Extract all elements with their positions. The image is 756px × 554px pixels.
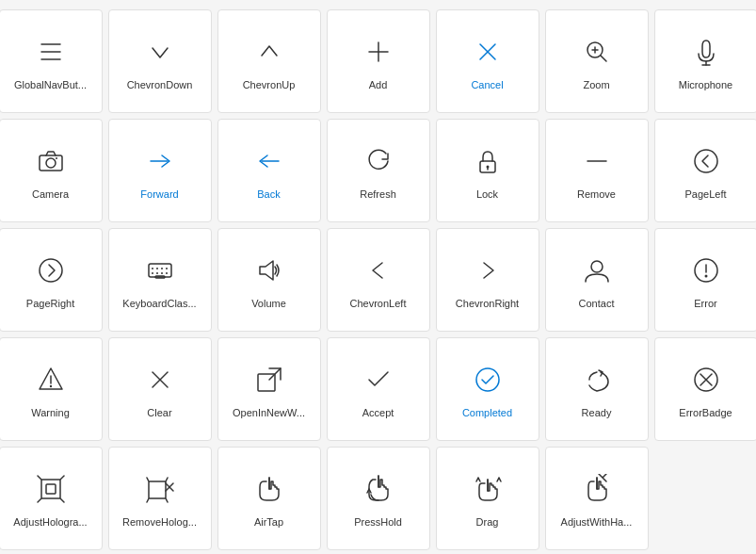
svg-point-15	[56, 157, 57, 159]
icon-cell-keyboardclassic[interactable]: KeyboardClas...	[108, 228, 212, 332]
svg-point-23	[152, 268, 153, 269]
icon-cell-lock[interactable]: Lock	[436, 119, 539, 222]
icon-cell-accept[interactable]: Accept	[327, 337, 430, 441]
icon-label-pageright: PageRight	[26, 297, 74, 310]
icon-cell-ready[interactable]: Ready	[545, 337, 649, 441]
presshold-icon	[362, 472, 395, 506]
adjusthologram-icon	[34, 472, 68, 506]
icon-label-contact: Contact	[579, 297, 615, 310]
warning-icon	[34, 363, 68, 397]
icon-label-camera: Camera	[32, 187, 69, 201]
icon-cell-adjusthologram[interactable]: AdjustHologra...	[0, 447, 103, 550]
icon-label-forward: Forward	[140, 187, 178, 201]
icon-cell-chevrondown[interactable]: ChevronDown	[108, 9, 212, 113]
svg-rect-52	[149, 481, 166, 498]
adjustwithhand-icon	[580, 472, 614, 506]
icon-label-accept: Accept	[362, 406, 394, 419]
chevronup-icon	[252, 35, 286, 69]
icon-cell-adjustwithhand[interactable]: AdjustWithHa...	[545, 447, 649, 550]
ready-icon	[580, 363, 614, 397]
icon-label-clear: Clear	[147, 406, 171, 419]
icon-label-openinnewwindow: OpenInNewW...	[233, 406, 305, 419]
icon-cell-clear[interactable]: Clear	[108, 337, 212, 441]
svg-line-50	[60, 498, 64, 502]
icon-cell-completed[interactable]: Completed	[436, 337, 539, 441]
airtap-icon	[252, 472, 286, 506]
svg-point-42	[476, 368, 499, 391]
icon-cell-warning[interactable]: Warning	[0, 337, 103, 441]
icon-cell-chevronup[interactable]: ChevronUp	[217, 9, 321, 113]
icon-label-completed: Completed	[462, 406, 512, 419]
completed-icon	[471, 363, 505, 397]
zoom-icon	[580, 35, 614, 69]
icon-label-adjustwithhand: AdjustWithHa...	[561, 515, 633, 529]
icon-label-ready: Ready	[582, 406, 612, 419]
icon-cell-globalnavbutton[interactable]: GlobalNavBut...	[0, 9, 103, 113]
icon-cell-refresh[interactable]: Refresh	[327, 119, 430, 222]
icon-label-globalnavbutton: GlobalNavBut...	[14, 78, 87, 91]
icon-cell-errorbadge[interactable]: ErrorBadge	[654, 337, 757, 441]
cancel-icon	[471, 35, 505, 69]
add-icon	[362, 35, 395, 69]
svg-rect-22	[149, 264, 171, 277]
icon-cell-openinnewwindow[interactable]: OpenInNewW...	[217, 337, 321, 441]
icon-cell-presshold[interactable]: PressHold	[327, 447, 430, 550]
icon-cell-chevronleft[interactable]: ChevronLeft	[327, 228, 430, 332]
removehologram-icon	[143, 472, 177, 506]
icon-cell-chevronright[interactable]: ChevronRight	[436, 228, 539, 332]
icon-label-removehologram: RemoveHolog...	[122, 515, 197, 529]
icon-label-refresh: Refresh	[360, 187, 396, 201]
icon-cell-volume[interactable]: Volume	[217, 228, 321, 332]
icon-cell-cancel[interactable]: Cancel	[436, 9, 539, 113]
svg-rect-51	[46, 484, 56, 494]
svg-line-48	[60, 476, 64, 480]
icon-label-back: Back	[257, 187, 280, 201]
svg-point-20	[695, 150, 717, 172]
icon-cell-back[interactable]: Back	[217, 119, 321, 222]
icon-label-keyboardclassic: KeyboardClas...	[122, 297, 196, 310]
errorbadge-icon	[689, 363, 723, 397]
svg-point-35	[704, 274, 707, 277]
icon-cell-forward[interactable]: Forward	[108, 119, 212, 222]
svg-point-37	[49, 385, 51, 387]
icon-cell-error[interactable]: Error	[654, 228, 757, 332]
svg-line-55	[147, 498, 149, 502]
svg-point-28	[156, 272, 158, 274]
icon-cell-airtap[interactable]: AirTap	[217, 447, 321, 550]
svg-rect-46	[41, 480, 60, 498]
svg-point-14	[46, 158, 56, 168]
icon-label-microphone: Microphone	[679, 78, 732, 91]
icon-cell-pageleft[interactable]: PageLeft	[654, 119, 757, 222]
svg-line-49	[38, 498, 41, 502]
icon-label-cancel: Cancel	[471, 78, 503, 91]
icon-cell-remove[interactable]: Remove	[545, 119, 649, 222]
icon-cell-microphone[interactable]: Microphone	[654, 9, 757, 113]
drag-icon	[471, 472, 505, 506]
icon-label-chevronleft: ChevronLeft	[350, 297, 407, 310]
icon-cell-add[interactable]: Add	[327, 9, 430, 113]
clear-icon	[143, 363, 177, 397]
icon-label-remove: Remove	[577, 187, 616, 201]
icon-label-lock: Lock	[476, 187, 498, 201]
svg-point-30	[166, 272, 168, 274]
svg-point-32	[591, 261, 603, 272]
icon-label-drag: Drag	[476, 515, 499, 529]
contact-icon	[580, 253, 614, 287]
openinnewwindow-icon	[252, 363, 286, 397]
svg-point-21	[40, 259, 62, 282]
svg-point-27	[152, 272, 153, 274]
icon-cell-contact[interactable]: Contact	[545, 228, 649, 332]
icon-cell-removehologram[interactable]: RemoveHolog...	[108, 447, 212, 550]
icon-cell-drag[interactable]: Drag	[436, 447, 539, 550]
svg-point-26	[166, 268, 168, 269]
camera-icon	[34, 144, 68, 178]
icon-label-add: Add	[369, 78, 388, 91]
icon-cell-zoom[interactable]: Zoom	[545, 9, 649, 113]
error-icon	[689, 253, 723, 287]
pageleft-icon	[689, 144, 723, 178]
svg-point-24	[156, 268, 158, 269]
icon-cell-camera[interactable]: Camera	[0, 119, 103, 222]
icon-cell-pageright[interactable]: PageRight	[0, 228, 103, 332]
refresh-icon	[362, 144, 395, 178]
chevronright-icon	[471, 253, 505, 287]
